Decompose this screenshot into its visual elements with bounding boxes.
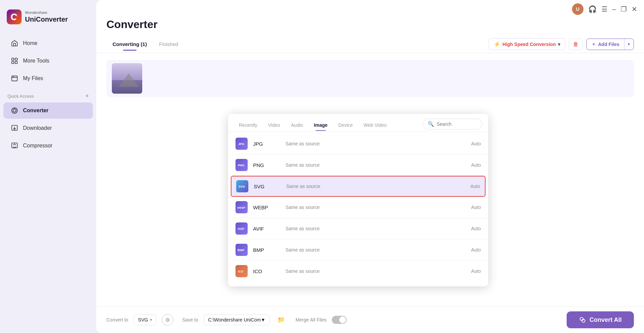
format-quality-png: Same as source [286, 162, 466, 168]
page-header: Converter [96, 15, 644, 35]
my-files-icon [11, 75, 18, 82]
convert-to-label: Convert to [106, 317, 128, 323]
sidebar-item-home[interactable]: Home [3, 35, 93, 51]
svg-rect-4 [12, 76, 18, 81]
format-name-webp: WEBP [253, 205, 280, 210]
sidebar-item-compressor-label: Compressor [23, 143, 52, 149]
tab-converting[interactable]: Converting (1) [106, 38, 153, 50]
format-size-ico: Auto [471, 268, 481, 274]
format-tab-image[interactable]: Image [309, 120, 332, 130]
format-item-png[interactable]: PNG PNG Same as source Auto [228, 154, 488, 176]
format-name-bmp: BMP [253, 247, 280, 253]
format-item-ico[interactable]: ICO ICO Same as source Auto [228, 261, 488, 282]
format-tab-device[interactable]: Device [333, 120, 357, 130]
format-size-webp: Auto [471, 205, 481, 210]
ico-icon: ICO [236, 265, 248, 277]
format-search-input[interactable] [437, 121, 477, 127]
format-name-png: PNG [253, 162, 280, 168]
jpg-file-icon: JPG [237, 139, 246, 148]
svg-text:WEBP: WEBP [237, 206, 246, 209]
restore-icon[interactable]: ❐ [621, 5, 627, 13]
convert-all-icon [579, 316, 586, 324]
merge-label: Merge All Files [296, 317, 327, 323]
target-settings-icon[interactable]: ⊙ [162, 314, 173, 326]
page-tabs: Converting (1) Finished [106, 38, 184, 50]
jpg-icon: JPG [236, 138, 248, 150]
format-tab-list: Recently Video Audio Image Device [234, 120, 391, 130]
delete-button[interactable]: 🗑 [569, 39, 583, 50]
format-item-jpg[interactable]: JPG JPG Same as source Auto [228, 133, 488, 154]
sidebar-item-downloader[interactable]: Downloader [3, 120, 93, 136]
content-area: Recently Video Audio Image Device [96, 53, 644, 306]
tab-finished[interactable]: Finished [153, 38, 184, 50]
home-icon [11, 40, 18, 47]
sidebar-item-more-tools-label: More Tools [23, 58, 49, 64]
format-list: JPG JPG Same as source Auto PNG PNG Same… [228, 132, 488, 283]
add-files-label: Add Files [598, 42, 619, 47]
format-size-png: Auto [471, 162, 481, 168]
format-tab-recently[interactable]: Recently [234, 120, 262, 130]
svg-text:AVIF: AVIF [238, 227, 244, 231]
merge-toggle[interactable] [332, 316, 347, 324]
minimize-icon[interactable]: – [612, 5, 616, 13]
file-thumbnail [112, 63, 142, 94]
svg-text:JPG: JPG [238, 142, 244, 146]
add-files-main[interactable]: ＋ Add Files [587, 39, 624, 50]
svg-text:SVG: SVG [239, 185, 245, 188]
svg-rect-2 [12, 62, 14, 64]
format-tab-audio[interactable]: Audio [286, 120, 308, 130]
speed-conversion-button[interactable]: ⚡ High Speed Conversion ▾ [489, 38, 565, 50]
logo-text: Wondershare UniConverter [25, 10, 68, 23]
format-name-svg: SVG [254, 184, 281, 189]
quick-access-add-icon[interactable]: + [85, 93, 89, 100]
add-files-chevron[interactable]: ▾ [624, 39, 634, 49]
format-quality-ico: Same as source [286, 268, 466, 274]
format-item-webp[interactable]: WEBP WEBP Same as source Auto [228, 197, 488, 218]
format-size-bmp: Auto [471, 247, 481, 253]
format-item-bmp[interactable]: BMP BMP Same as source Auto [228, 239, 488, 261]
sidebar-item-downloader-label: Downloader [23, 125, 52, 131]
format-name-jpg: JPG [253, 141, 280, 147]
menu-icon[interactable]: ☰ [601, 5, 608, 13]
save-path-select[interactable]: C:\Wondershare UniCom▼ [204, 314, 270, 325]
format-tab-web-video[interactable]: Web Video [359, 120, 391, 130]
avatar[interactable]: U [572, 3, 584, 15]
sidebar-item-more-tools[interactable]: More Tools [3, 53, 93, 69]
format-item-avif[interactable]: AVIF AVIF Same as source Auto [228, 218, 488, 239]
save-to-label: Save to [182, 317, 198, 323]
format-name-ico: ICO [253, 268, 280, 274]
format-item-svg[interactable]: SVG SVG Same as source Auto [231, 176, 486, 197]
logo-name: UniConverter [25, 15, 68, 23]
file-row [106, 60, 634, 97]
logo-brand: Wondershare [25, 10, 68, 15]
convert-to-select[interactable]: SVG ▾ [134, 314, 157, 325]
thumbnail-svg [112, 63, 142, 94]
speed-label: High Speed Conversion [502, 42, 556, 47]
quick-access-label: Quick Access [7, 94, 34, 99]
format-size-avif: Auto [471, 226, 481, 231]
add-files-button[interactable]: ＋ Add Files ▾ [586, 39, 634, 50]
close-icon[interactable]: ✕ [631, 5, 637, 13]
format-name-avif: AVIF [253, 226, 280, 232]
format-tab-video[interactable]: Video [263, 120, 285, 130]
format-size-jpg: Auto [471, 141, 481, 146]
format-size-svg: Auto [470, 184, 480, 189]
sidebar-item-converter[interactable]: Converter [3, 102, 93, 119]
folder-browse-icon[interactable]: 📁 [275, 314, 287, 326]
format-quality-svg: Same as source [286, 184, 465, 189]
save-path-value: C:\Wondershare UniCom▼ [208, 317, 266, 323]
svg-icon: SVG [236, 180, 248, 192]
logo-area: Wondershare UniConverter [0, 6, 96, 34]
convert-to-chevron-icon: ▾ [150, 317, 152, 322]
downloader-icon [11, 124, 18, 132]
webp-icon: WEBP [236, 201, 248, 213]
convert-all-button[interactable]: Convert All [567, 311, 634, 328]
sidebar-item-compressor[interactable]: Compressor [3, 138, 93, 154]
format-search-box[interactable]: 🔍 [423, 119, 482, 129]
headset-icon[interactable]: 🎧 [588, 5, 597, 13]
sidebar-item-my-files[interactable]: My Files [3, 70, 93, 87]
svg-point-24 [580, 317, 583, 320]
lightning-icon: ⚡ [494, 41, 500, 47]
format-quality-jpg: Same as source [286, 141, 466, 146]
toolbar: ⚡ High Speed Conversion ▾ 🗑 ＋ Add Files … [489, 35, 634, 53]
